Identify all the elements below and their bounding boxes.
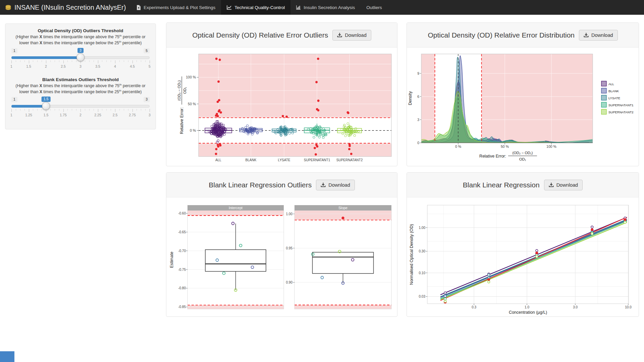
svg-text:Concentration (µg/L): Concentration (µg/L)	[509, 310, 547, 315]
line-chart-icon	[227, 5, 232, 10]
od-outliers-threshold-title: Optical Density (OD) Outliers Threshold	[11, 28, 150, 33]
svg-text:BLANK: BLANK	[608, 89, 619, 93]
nav-tabs: Experiments Upload & Plot Settings Techn…	[131, 0, 388, 15]
od-outliers-threshold-block: Optical Density (OD) Outliers Threshold …	[11, 28, 150, 74]
svg-text:LYSATE: LYSATE	[608, 96, 620, 100]
panel-heading: Optical Density (OD) Relative Error Outl…	[166, 23, 397, 48]
svg-text:Relative Error:: Relative Error:	[179, 107, 184, 134]
download-button[interactable]: Download	[544, 180, 583, 190]
svg-text:Slope: Slope	[338, 206, 347, 210]
svg-text:OD₁: OD₁	[519, 157, 526, 161]
panel-body: Intercept-0.60-0.65-0.70-0.75-0.80-0.85S…	[166, 197, 397, 317]
svg-text:100 %: 100 %	[546, 144, 556, 148]
download-icon	[549, 182, 554, 187]
tab-label: Outliers	[366, 5, 382, 10]
svg-text:SUPERNATANT2: SUPERNATANT2	[336, 158, 363, 162]
blue-corner-artifact	[0, 351, 14, 362]
svg-text:SUPERNATANT1: SUPERNATANT1	[608, 103, 634, 107]
download-button[interactable]: Download	[332, 30, 371, 41]
download-icon	[321, 182, 326, 187]
svg-text:3.0: 3.0	[573, 305, 578, 309]
svg-text:LYSATE: LYSATE	[278, 158, 290, 162]
tab-outliers[interactable]: Outliers	[361, 0, 388, 15]
panel-blank-linear-regression: Blank Linear Regression Download 1.000.3…	[407, 172, 639, 317]
svg-text:0.95: 0.95	[286, 246, 293, 250]
svg-text:6: 6	[417, 95, 419, 99]
panel-body: ALLBLANKLYSATESUPERNATANT1SUPERNATANT210…	[166, 48, 397, 166]
blank-estimates-threshold-slider[interactable]: 131.511.251.51.7522.252.52.753	[11, 96, 150, 122]
svg-text:0: 0	[417, 141, 419, 145]
svg-text:0.90: 0.90	[286, 281, 293, 284]
blank-linear-regression-outliers-chart: Intercept-0.60-0.65-0.70-0.75-0.80-0.85S…	[166, 197, 397, 317]
brand-gold-icon	[5, 4, 11, 11]
panel-blank-linear-regression-outliers: Blank Linear Regression Outliers Downloa…	[166, 172, 397, 317]
svg-text:SUPERNATANT2: SUPERNATANT2	[608, 110, 634, 114]
page: INSANE (INsulin Secretion ANalysEr) Expe…	[0, 0, 644, 362]
slider-grid: 11.251.51.7522.252.52.753	[11, 109, 150, 120]
svg-text:Normalised Optical Density (OD: Normalised Optical Density (OD)	[409, 224, 414, 285]
panel-body: 03690 %50 %100 %DensityRelative Error:(O…	[407, 48, 639, 166]
svg-text:50 %: 50 %	[188, 102, 196, 106]
bar-chart-icon	[296, 5, 301, 10]
panel-heading: Blank Linear Regression Outliers Downloa…	[166, 173, 397, 197]
svg-text:100 %: 100 %	[186, 75, 196, 79]
svg-text:9: 9	[417, 71, 419, 75]
tab-label: Technical Quality-Control	[234, 5, 285, 10]
settings-sidebar: Optical Density (OD) Outliers Threshold …	[5, 23, 156, 129]
svg-text:1.00: 1.00	[419, 226, 426, 230]
svg-text:0.03: 0.03	[419, 295, 426, 298]
app-title: INSANE (INsulin Secretion ANalysEr)	[14, 4, 126, 11]
blank-estimates-threshold-title: Blank Estimates Outliers Threshold	[11, 77, 150, 82]
slider-min-badge: 1	[11, 97, 17, 102]
tab-label: Experiments Upload & Plot Settings	[144, 5, 215, 10]
download-button[interactable]: Download	[316, 180, 355, 190]
slider-value-badge: 3	[77, 48, 84, 53]
blank-estimates-threshold-description: (Higher than X times the interquartile r…	[11, 83, 150, 95]
svg-text:Estimate: Estimate	[169, 252, 174, 268]
svg-text:OD₁: OD₁	[183, 87, 187, 94]
panel-heading: Blank Linear Regression Download	[407, 173, 639, 197]
svg-text:Intercept: Intercept	[229, 206, 243, 210]
svg-text:0.30: 0.30	[419, 249, 426, 253]
slider-fill[interactable]	[11, 105, 46, 108]
od-outliers-threshold-slider[interactable]: 15311.522.533.544.55	[11, 48, 150, 74]
download-button[interactable]: Download	[579, 30, 618, 41]
od-outliers-threshold-description: (Higher than X times the interquartile r…	[11, 34, 150, 46]
tab-technical-quality-control[interactable]: Technical Quality-Control	[221, 0, 290, 15]
svg-text:(OD₂ − OD₁): (OD₂ − OD₁)	[177, 80, 181, 101]
blank-linear-regression-chart: 1.000.300.100.030.31.03.010.0Concentrati…	[407, 197, 639, 317]
legend: ALLBLANKLYSATESUPERNATANT1SUPERNATANT2	[601, 81, 634, 114]
panel-od-relative-error-distribution: Optical Density (OD) Relative Error Dist…	[407, 22, 639, 166]
panel-title: Optical Density (OD) Relative Error Outl…	[192, 31, 328, 39]
svg-text:(OD₂ − OD₁): (OD₂ − OD₁)	[513, 151, 533, 155]
svg-text:-0.70: -0.70	[178, 249, 186, 253]
svg-text:SUPERNATANT1: SUPERNATANT1	[304, 158, 330, 162]
slider-max-badge: 3	[144, 97, 150, 102]
svg-text:ALL: ALL	[215, 158, 221, 162]
svg-text:3: 3	[417, 118, 419, 122]
svg-text:0.3: 0.3	[472, 305, 476, 309]
svg-text:1.0: 1.0	[525, 305, 529, 309]
blank-estimates-threshold-block: Blank Estimates Outliers Threshold (High…	[11, 77, 150, 123]
slider-min-badge: 1	[11, 48, 17, 54]
panel-title: Optical Density (OD) Relative Error Dist…	[428, 31, 575, 39]
tab-insulin-secretion-analysis[interactable]: Insulin Secretion Analysis	[290, 0, 361, 15]
slider-max-badge: 5	[144, 48, 150, 54]
svg-text:-0.60: -0.60	[178, 212, 186, 215]
download-icon	[337, 33, 342, 38]
svg-text:BLANK: BLANK	[246, 158, 257, 162]
svg-text:1.00: 1.00	[286, 212, 293, 216]
slider-fill[interactable]	[11, 56, 80, 59]
svg-text:Relative Error:: Relative Error:	[479, 154, 506, 159]
panel-body: 1.000.300.100.030.31.03.010.0Concentrati…	[407, 197, 639, 317]
slider-grid: 11.522.533.544.55	[11, 60, 150, 72]
svg-text:10.0: 10.0	[625, 305, 632, 309]
svg-text:0.10: 0.10	[419, 271, 426, 275]
panel-title: Blank Linear Regression Outliers	[209, 181, 312, 189]
panel-heading: Optical Density (OD) Relative Error Dist…	[407, 23, 639, 48]
tab-experiments-upload[interactable]: Experiments Upload & Plot Settings	[131, 0, 221, 15]
tab-label: Insulin Secretion Analysis	[304, 5, 355, 10]
svg-text:ALL: ALL	[608, 82, 614, 86]
od-relative-error-outliers-chart: ALLBLANKLYSATESUPERNATANT1SUPERNATANT210…	[166, 48, 397, 166]
panel-od-relative-error-outliers: Optical Density (OD) Relative Error Outl…	[166, 22, 397, 166]
